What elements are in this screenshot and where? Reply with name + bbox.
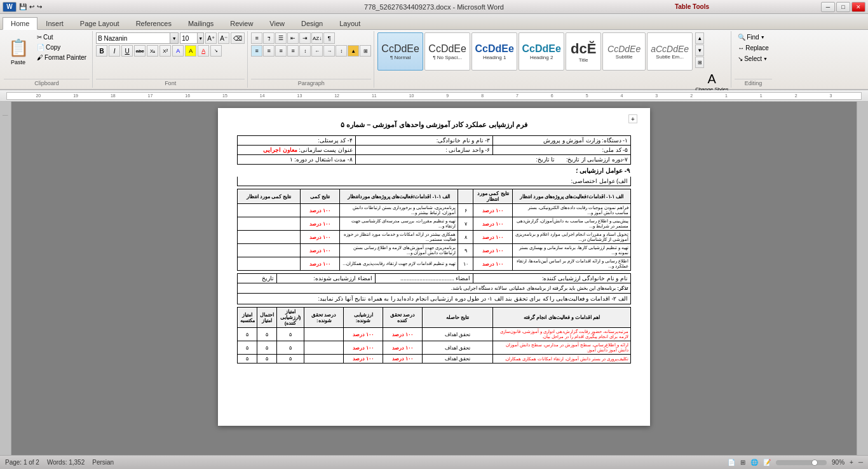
window-controls[interactable]: ─ □ ✕ xyxy=(821,2,865,12)
justify-button[interactable]: ≡ xyxy=(287,45,299,57)
zoom-out-button[interactable]: ─ xyxy=(858,459,863,466)
words-info: Words: 1,352 xyxy=(47,459,85,466)
bold-button[interactable]: B xyxy=(96,45,107,57)
table-header-right-qty: نتایج کمی مورد انتظار xyxy=(473,189,513,204)
italic-button[interactable]: I xyxy=(109,45,120,57)
font-name-input[interactable] xyxy=(97,35,170,42)
s2-score2-3: ۵ xyxy=(276,355,304,364)
align-center-button[interactable]: ≡ xyxy=(263,45,275,57)
s2-percent1-1: ۱۰۰ درصد xyxy=(383,328,423,341)
ruler-bar: 2019181716151413121110987654321123 xyxy=(6,92,862,100)
increase-indent-button[interactable]: ⇥ xyxy=(299,32,311,44)
text-highlight-button[interactable]: A xyxy=(185,45,196,57)
subscript-button[interactable]: X₂ xyxy=(147,45,158,57)
bullets-button[interactable]: ≡ xyxy=(251,32,262,44)
style-subtitle[interactable]: CcDdEe Subtitle xyxy=(602,32,646,71)
tab-mailings[interactable]: Mailings xyxy=(180,17,222,29)
close-button[interactable]: ✕ xyxy=(851,2,865,12)
rtl-button[interactable]: ← xyxy=(311,45,323,57)
quick-access-save[interactable]: 💾 xyxy=(19,3,27,10)
styles-expand[interactable]: ⊞ xyxy=(695,57,704,68)
style-subtle-em[interactable]: aCcDdEe Subtle Em... xyxy=(647,32,693,71)
numbering-button[interactable]: ⁊ xyxy=(263,32,275,44)
font-size-input[interactable] xyxy=(180,35,197,42)
minimize-button[interactable]: ─ xyxy=(821,2,835,12)
paste-button[interactable]: 📋 Paste xyxy=(4,32,32,71)
multilevel-button[interactable]: ☰ xyxy=(275,32,287,44)
tab-review[interactable]: Review xyxy=(222,17,261,29)
view-mode-fullscreen[interactable]: ⊞ xyxy=(740,459,745,466)
tab-view[interactable]: View xyxy=(261,17,293,29)
view-mode-print[interactable]: 📄 xyxy=(728,459,735,466)
font-shrink-button[interactable]: A⁻ xyxy=(218,32,229,44)
quick-access-undo[interactable]: ↩ xyxy=(29,3,34,10)
zoom-slider[interactable] xyxy=(776,460,827,465)
find-button[interactable]: 🔍 Find ▼ xyxy=(735,32,768,42)
shading-button[interactable]: ▲ xyxy=(348,45,359,57)
row1-right-percent: ۱۰۰ درصد xyxy=(473,204,513,217)
signature-table: نام و نام خانوادگی ارزشیابی کننده: امضاء… xyxy=(237,273,631,283)
style-heading2[interactable]: CcDdEe Heading 2 xyxy=(519,32,564,71)
row1-right-text: فراهم نمودن موجبات رقابت داده‌های الکترو… xyxy=(513,204,631,217)
cut-icon: ✂ xyxy=(37,34,42,41)
zoom-in-button[interactable]: + xyxy=(850,459,853,466)
font-size-arrow[interactable]: ▼ xyxy=(197,33,203,43)
borders-button[interactable]: ⊞ xyxy=(360,45,371,57)
form-cell-name: ۳- نام و نام خانوادگی: xyxy=(355,136,493,146)
style-heading1[interactable]: CcDdEe Heading 1 xyxy=(471,32,517,71)
quick-access-redo[interactable]: ↪ xyxy=(37,3,42,10)
tab-design[interactable]: Design xyxy=(293,17,331,29)
superscript-button[interactable]: X² xyxy=(159,45,171,57)
tab-home[interactable]: Home xyxy=(3,17,37,30)
underline-button[interactable]: U xyxy=(121,45,133,57)
styles-scroll-up[interactable]: ▲ xyxy=(695,32,704,44)
zoom-level: 90% xyxy=(832,459,844,466)
style-no-spacing[interactable]: CcDdEe ¶ No Spaci... xyxy=(424,32,470,71)
form-cell-org-unit: ۶- واحد سازمانی : xyxy=(355,146,493,155)
font-grow-button[interactable]: A⁺ xyxy=(205,32,217,44)
select-button[interactable]: ↘ Select ▼ xyxy=(735,54,771,64)
ltr-button[interactable]: → xyxy=(323,45,335,57)
align-right-button[interactable]: ≡ xyxy=(275,45,287,57)
paragraph-content: ≡ ⁊ ☰ ⇤ ⇥ AZ↓ ¶ ≡ ≡ ≡ ≡ ↕ ← → ↕ ▲ ⊞ xyxy=(251,32,371,78)
font-name-arrow[interactable]: ▼ xyxy=(170,33,178,43)
style-no-spacing-preview: CcDdEe xyxy=(428,43,466,55)
evaluatee-name: نام و نام خانوادگی ارزشیابی کننده: xyxy=(473,274,631,283)
font-size-combo[interactable]: ▼ xyxy=(180,32,204,44)
font-name-combo[interactable]: ▼ xyxy=(96,32,179,44)
page-info: Page: 1 of 2 xyxy=(5,459,39,466)
text-effect-button[interactable]: A xyxy=(172,45,184,57)
tab-insert[interactable]: Insert xyxy=(37,17,72,29)
form-table-top: ۱- دستگاه: وزارت آموزش و پرورش ۳- نام و … xyxy=(237,135,631,165)
style-title[interactable]: dcĔ Title xyxy=(566,32,601,71)
sort-button[interactable]: AZ↓ xyxy=(311,32,323,44)
align-left-button[interactable]: ≡ xyxy=(251,45,262,57)
line-spacing-button[interactable]: ↕ xyxy=(336,45,347,57)
copy-button[interactable]: 📄 Copy xyxy=(34,43,90,52)
font-color-button[interactable]: A xyxy=(198,45,209,57)
clear-format-button[interactable]: ⌫ xyxy=(231,32,245,44)
tab-layout[interactable]: Layout xyxy=(331,17,369,29)
show-marks-button[interactable]: ¶ xyxy=(323,32,335,44)
view-mode-web[interactable]: 🌐 xyxy=(750,459,758,466)
tab-references[interactable]: References xyxy=(128,17,180,29)
s2-header-percent1: درصد تحقق کننده xyxy=(383,308,423,328)
text-direction-button[interactable]: ↕ xyxy=(299,45,311,57)
decrease-indent-button[interactable]: ⇤ xyxy=(287,32,299,44)
styles-scroll-down[interactable]: ▼ xyxy=(695,44,704,56)
s2-score2-1: ۵ xyxy=(276,328,304,341)
strikethrough-button[interactable]: abc xyxy=(134,45,146,57)
view-mode-draft[interactable]: 📝 xyxy=(763,459,771,466)
style-normal[interactable]: CcDdEe ¶ Normal xyxy=(377,32,423,71)
change-styles-button[interactable]: A Change Styles xyxy=(695,72,728,93)
restore-button[interactable]: □ xyxy=(836,2,850,12)
font-options-button[interactable]: ↘ xyxy=(210,45,222,57)
cut-button[interactable]: ✂ Cut xyxy=(34,32,90,42)
format-painter-button[interactable]: 🖌 Format Painter xyxy=(34,53,90,62)
tab-page-layout[interactable]: Page Layout xyxy=(72,17,128,29)
section9-header: ۹- عوامل ارزشیابی ؛ xyxy=(237,165,631,177)
add-content-button[interactable]: + xyxy=(628,114,637,123)
replace-button[interactable]: ↔ Replace xyxy=(735,43,772,53)
statusbar-right: 📄 ⊞ 🌐 📝 90% + ─ xyxy=(728,459,863,466)
doc-scroll[interactable]: + فرم ارزشیابی عملکرد کادر آموزشی واحدها… xyxy=(11,102,857,455)
